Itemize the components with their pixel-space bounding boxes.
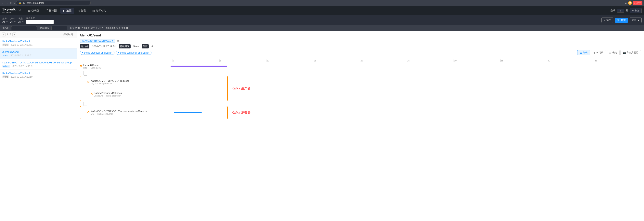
copy-icon[interactable]: ⧉ [117, 39, 119, 42]
span-producer-1-info: Kafka/DEMO-TOPIC-01/Producer MQ → kafka-… [90, 80, 129, 85]
trace-meta-4: 0 ms 2020-03-22 17:19:50 [2, 76, 74, 78]
consumer-service-tag[interactable]: demo-consumer-application [116, 51, 152, 55]
refresh-button[interactable]: ↻ 刷新 [630, 8, 642, 14]
user-avatar: U [628, 1, 632, 5]
instance-select[interactable]: All ▼ [10, 20, 16, 24]
status-select[interactable]: All ▼ [18, 20, 24, 24]
back-button[interactable]: ← [2, 2, 4, 4]
detail-header: /demo01/send 40.48.15848687911580001 ▼ ⧉… [77, 31, 644, 57]
timeline-scale: 0 5 10 15 20 25 30 35 40 45 [172, 60, 641, 62]
logo-sub-text: Rocketbot [2, 12, 21, 14]
nav-alert-label: 告警 [81, 9, 86, 12]
traceid-input[interactable] [11, 26, 37, 30]
nav-menu: ▦ 仪表盘 ⛶ 拓扑图 ► 追踪 ◎ 告警 ▨ 指标对比 [26, 8, 610, 14]
reload-button[interactable]: ↻ [10, 2, 12, 4]
lock-icon: 🔒 [19, 2, 22, 4]
view-table-button[interactable]: ☷ 表格 [607, 50, 620, 55]
nav-item-topology[interactable]: ⛶ 拓扑图 [43, 8, 60, 14]
nav-dashboard-label: 仪表盘 [32, 9, 39, 12]
more-button[interactable]: 更多 ▲ [630, 18, 642, 23]
trace-meta-1: 0 ms 2020-03-22 17:19:51 [2, 44, 74, 46]
span-consumer-1-info: Kafka/DEMO-TOPIC-01/Consumer/demo01-cons… [90, 110, 149, 115]
search-icon: 🔍 [617, 19, 620, 22]
trace-list-item-4[interactable]: Kafka/Producer/Callback 0 ms 2020-03-22 … [0, 70, 76, 80]
trace-id-value: 40.48.15848687911580001 [82, 40, 111, 42]
connector-area [80, 71, 641, 76]
trace-timeline: 0 5 10 15 20 25 30 35 40 45 /demo01/send… [77, 57, 644, 221]
start-value: 2020-03-22 17:19:51 [92, 45, 116, 48]
nav-topology-label: 拓扑图 [49, 9, 57, 12]
trace-name-4: Kafka/Producer/Callback [2, 72, 74, 75]
search-button[interactable]: 🔍 搜索 [615, 18, 628, 23]
pause-button[interactable]: 已暂停 [633, 1, 642, 5]
url-display: 127.0.0.1:8080/trace [23, 2, 44, 4]
span-row-producer-2[interactable]: Kafka/Producer/Callback Unknown → kafka-… [83, 90, 224, 98]
instance-filter-label: 实例 [10, 17, 16, 20]
producer-service-tag[interactable]: demo-producer-application [80, 51, 114, 55]
filter-actions: ✕ 清空 🔍 搜索 更多 ▲ [602, 18, 642, 23]
service-filter-label: 服务 [2, 17, 8, 20]
inner-connector [90, 87, 93, 90]
nav-item-trace[interactable]: ► 追踪 [60, 8, 74, 14]
service-chevron-icon: ▼ [6, 21, 8, 23]
kafka-consumer-group-container: Kafka/DEMO-TOPIC-01/Consumer/demo01-cons… [80, 106, 641, 119]
status-filter-group: 状态 All ▼ [18, 17, 24, 24]
trace-list-item-2[interactable]: /demo01/send 5 ms 2020-03-22 17:19:51 [0, 48, 76, 59]
endpoint-input[interactable] [26, 20, 54, 24]
traceid-label: 追踪ID: [2, 26, 10, 30]
prev-page-button[interactable]: ‹ [2, 32, 6, 36]
service-select-value: All [2, 20, 5, 24]
kafka-producer-group-container: Kafka/DEMO-TOPIC-01/Producer MQ → kafka-… [80, 76, 641, 101]
trace-detail-panel: /demo01/send 40.48.15848687911580001 ▼ ⧉… [77, 31, 644, 221]
kafka-consumer-group-label: Kafka 消费者 [232, 111, 250, 115]
forward-button[interactable]: → [6, 2, 8, 4]
span-row-root[interactable]: /demo01/send Http → SpringMVC [80, 62, 641, 70]
home-button[interactable]: ⌂ [13, 2, 14, 4]
clear-button[interactable]: ✕ 清空 [602, 18, 613, 23]
span-producer-2-bar-area [174, 90, 224, 98]
nav-item-alert[interactable]: ◎ 告警 [75, 8, 89, 14]
span-consumer-1-left: Kafka/DEMO-TOPIC-01/Consumer/demo01-cons… [83, 110, 174, 115]
trace-time-1: 2020-03-22 17:19:51 [11, 44, 32, 46]
span-row-producer-1[interactable]: Kafka/DEMO-TOPIC-01/Producer MQ → kafka-… [83, 78, 224, 86]
list-icon: ☰ [580, 52, 582, 54]
view-list-button[interactable]: ☰ 列表 [577, 50, 590, 55]
view-tree-button[interactable]: ☸ 树结构 [591, 50, 606, 55]
trace-list-panel: ‹ 1 / 1 › 开始时间 ↓ Kafka/Producer/Callback… [0, 31, 77, 221]
sort-label[interactable]: 开始时间 ↓ [64, 33, 75, 36]
export-button[interactable]: 📷 导出为图片 [620, 50, 641, 55]
instance-filter-group: 实例 All ▼ [10, 17, 16, 24]
trace-list-item-3[interactable]: Kafka/DEMO-TOPIC-01/Consumer/demo01-cons… [0, 59, 76, 70]
span-root-info: /demo01/send Http → SpringMVC [83, 64, 102, 69]
nav-item-compare[interactable]: ▨ 指标对比 [90, 8, 109, 14]
scale-tick-5: 5 [220, 60, 266, 62]
span-root-sub: Http → SpringMVC [83, 66, 102, 69]
compare-icon: ▨ [92, 9, 95, 12]
span-producer-2-name: Kafka/Producer/Callback [94, 92, 122, 94]
trace-list-header: ‹ 1 / 1 › 开始时间 ↓ [0, 31, 76, 38]
logo-main-text: Skywalking [2, 8, 21, 12]
consumer-dot [118, 52, 119, 54]
nav-item-dashboard[interactable]: ▦ 仪表盘 [26, 8, 42, 14]
time-range-group: 时间范围: 2020-03-22 16:50:01 ~ 2020-03-22 1… [70, 26, 128, 30]
span-consumer-1-name: Kafka/DEMO-TOPIC-01/Consumer/demo01-cons… [90, 110, 149, 113]
connector-line [84, 71, 87, 76]
traceid-group: 追踪ID: [2, 26, 37, 30]
span-producer-1-dot [88, 81, 90, 83]
trace-list-item-1[interactable]: Kafka/Producer/Callback 0 ms 2020-03-22 … [0, 38, 76, 48]
kafka-producer-group-label: Kafka 生产者 [232, 86, 250, 90]
topology-icon: ⛶ [46, 9, 48, 12]
span-root-bar-area [170, 62, 641, 70]
auto-interval-input[interactable] [617, 9, 624, 12]
duration-value: 5 ms [133, 45, 139, 48]
span-producer-1-left: Kafka/DEMO-TOPIC-01/Producer MQ → kafka-… [83, 80, 174, 85]
next-page-button[interactable]: › [12, 32, 16, 36]
service-select[interactable]: All ▼ [2, 20, 8, 24]
span-consumer-1-sub: MQ → kafka-consumer [90, 113, 149, 115]
star-icon[interactable]: ★ [624, 1, 627, 5]
span-row-consumer-1[interactable]: Kafka/DEMO-TOPIC-01/Consumer/demo01-cons… [83, 108, 224, 116]
instance-chevron-icon: ▼ [14, 21, 16, 23]
trace-name-2: /demo01/send [2, 50, 74, 54]
consumer-service-label: demo-consumer-application [120, 52, 149, 54]
duration-input[interactable] [52, 26, 67, 30]
